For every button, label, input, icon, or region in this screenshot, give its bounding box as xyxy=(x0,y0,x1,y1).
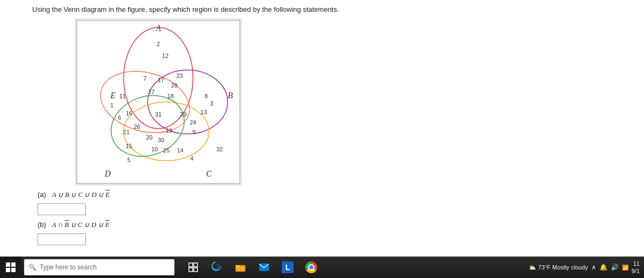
svg-text:3: 3 xyxy=(210,100,213,107)
svg-text:7: 7 xyxy=(143,75,147,82)
windows-icon xyxy=(6,262,16,272)
part-b-row: (b) A ∩ B ∪ C ∪ D ∪ E xyxy=(38,221,612,229)
clock-time: 11 xyxy=(632,260,640,267)
svg-text:17: 17 xyxy=(158,77,164,83)
part-b-expression: A ∩ B ∪ C ∪ D ∪ E xyxy=(52,221,109,229)
svg-text:9: 9 xyxy=(193,129,196,135)
svg-text:6: 6 xyxy=(118,114,121,121)
mail-button[interactable] xyxy=(253,257,275,278)
part-b-label: (b) A ∩ B ∪ C ∪ D ∪ E xyxy=(38,221,156,229)
svg-text:D: D xyxy=(104,169,111,178)
part-b-block: (b) A ∩ B ∪ C ∪ D ∪ E xyxy=(38,221,612,245)
venn-diagram-container: A B C D E 2 12 7 23 17 28 8 11 1 27 xyxy=(75,19,612,185)
svg-rect-47 xyxy=(236,265,239,267)
answers-section: (a) A ∪ B ∪ C ∪ D ∪ E (b) A ∩ B ∪ C ∪ D … xyxy=(38,191,612,245)
weather-text: 73°F Mostly cloudy xyxy=(538,264,588,270)
weather-icon: ⛅ xyxy=(529,264,536,271)
svg-text:26: 26 xyxy=(134,123,140,130)
taskbar-search-bar[interactable]: 🔍 Type here to search xyxy=(24,259,174,275)
l-app-button[interactable]: L xyxy=(277,257,298,278)
part-b-input[interactable] xyxy=(38,233,86,245)
chrome-icon xyxy=(305,261,317,273)
network-icon[interactable]: 📶 xyxy=(622,265,628,270)
question-text: Using the Venn diagram in the figure, sp… xyxy=(32,5,612,13)
part-a-block: (a) A ∪ B ∪ C ∪ D ∪ E xyxy=(38,191,612,215)
search-placeholder-text: Type here to search xyxy=(40,264,97,271)
svg-text:A: A xyxy=(155,24,161,33)
svg-text:30: 30 xyxy=(158,137,164,143)
part-b-prefix: (b) xyxy=(38,221,50,229)
svg-text:8: 8 xyxy=(204,93,208,99)
svg-text:16: 16 xyxy=(126,110,132,116)
task-view-button[interactable] xyxy=(182,257,204,278)
svg-text:31: 31 xyxy=(155,111,162,118)
venn-diagram: A B C D E 2 12 7 23 17 28 8 11 1 27 xyxy=(75,19,241,185)
part-a-row: (a) A ∪ B ∪ C ∪ D ∪ E xyxy=(38,191,612,199)
weather-widget: ⛅ 73°F Mostly cloudy xyxy=(529,264,588,271)
svg-text:B: B xyxy=(228,91,233,100)
svg-text:10: 10 xyxy=(151,146,158,152)
part-a-expression: A ∪ B ∪ C ∪ D ∪ E xyxy=(52,191,110,199)
taskbar: 🔍 Type here to search xyxy=(0,257,644,278)
volume-icon[interactable]: 🔊 xyxy=(611,264,619,271)
svg-text:18: 18 xyxy=(167,93,174,99)
svg-text:27: 27 xyxy=(148,89,155,95)
svg-rect-44 xyxy=(189,268,193,272)
part-a-prefix: (a) xyxy=(38,191,50,199)
svg-text:12: 12 xyxy=(162,53,169,59)
chevron-up-icon[interactable]: ∧ xyxy=(591,264,596,271)
svg-rect-45 xyxy=(194,268,197,272)
svg-text:2: 2 xyxy=(157,41,160,47)
svg-text:20: 20 xyxy=(146,134,152,141)
notification-icon[interactable]: 🔔 xyxy=(599,264,608,271)
svg-text:15: 15 xyxy=(126,143,132,149)
taskbar-center-buttons: L xyxy=(182,257,322,278)
svg-rect-42 xyxy=(189,263,193,267)
clock-date: 9/1 xyxy=(632,267,640,275)
svg-text:23: 23 xyxy=(177,72,183,79)
svg-text:13: 13 xyxy=(200,109,207,115)
svg-text:19: 19 xyxy=(166,127,172,134)
start-button[interactable] xyxy=(0,257,21,278)
svg-text:E: E xyxy=(110,91,116,100)
svg-text:24: 24 xyxy=(190,119,196,126)
tray-icons: ∧ 🔔 🔊 📶 xyxy=(591,264,628,271)
system-clock[interactable]: 11 9/1 xyxy=(632,260,640,275)
svg-text:5: 5 xyxy=(127,157,130,163)
main-content: Using the Venn diagram in the figure, sp… xyxy=(0,0,644,257)
chrome-button[interactable] xyxy=(301,257,322,278)
svg-text:21: 21 xyxy=(123,129,129,135)
system-tray: ⛅ 73°F Mostly cloudy ∧ 🔔 🔊 📶 11 9/1 xyxy=(524,257,644,278)
search-icon: 🔍 xyxy=(28,264,36,271)
svg-rect-48 xyxy=(259,264,269,271)
part-a-input[interactable] xyxy=(38,203,86,215)
svg-text:28: 28 xyxy=(171,82,178,89)
svg-text:29: 29 xyxy=(180,111,187,118)
svg-rect-43 xyxy=(194,263,197,267)
file-explorer-button[interactable] xyxy=(230,257,251,278)
svg-text:11: 11 xyxy=(119,93,126,99)
svg-text:14: 14 xyxy=(177,147,184,153)
svg-text:C: C xyxy=(206,169,212,178)
svg-text:4: 4 xyxy=(191,155,194,162)
svg-text:32: 32 xyxy=(216,146,223,152)
edge-browser-button[interactable] xyxy=(206,257,228,278)
part-a-label: (a) A ∪ B ∪ C ∪ D ∪ E xyxy=(38,191,156,199)
svg-text:1: 1 xyxy=(111,102,114,108)
svg-text:25: 25 xyxy=(163,147,170,153)
